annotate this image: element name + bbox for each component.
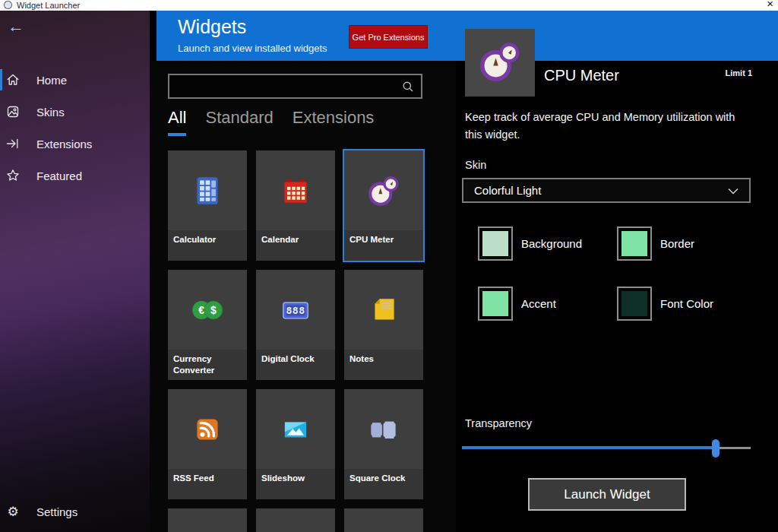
sidebar-item-extensions[interactable]: Extensions	[0, 128, 150, 160]
widget-tile-slideshow[interactable]: Slideshow	[256, 389, 335, 499]
library-tabs: All Standard Extensions	[168, 108, 374, 136]
rss-feed-icon	[168, 389, 247, 469]
sidebar-item-featured[interactable]: Featured	[0, 160, 150, 192]
page-title: Widgets	[178, 16, 246, 38]
sidebar-item-label: Extensions	[36, 138, 92, 150]
skin-dropdown-value: Colorful Light	[474, 184, 541, 197]
sidebar-item-settings[interactable]: ⚙ Settings	[0, 496, 150, 527]
sidebar-item-home[interactable]: Home	[0, 64, 150, 96]
widget-launcher-window: Widget Launcher × ← Home Skins	[0, 0, 778, 532]
widget-tile-label: RSS Feed	[168, 469, 247, 499]
calendar-icon	[256, 150, 335, 230]
swatch-color	[621, 291, 647, 316]
swatch-row: Background Border	[478, 226, 756, 261]
slider-thumb[interactable]	[712, 439, 719, 458]
svg-text:€: €	[198, 304, 204, 316]
transparency-slider[interactable]	[462, 439, 751, 458]
background-color-swatch[interactable]	[478, 226, 513, 261]
search-input[interactable]	[169, 81, 398, 93]
titlebar: Widget Launcher ×	[0, 0, 778, 11]
tab-all[interactable]: All	[168, 108, 186, 136]
sidebar-nav: Home Skins Extensions Featured	[0, 64, 150, 192]
currency-converter-icon: € $	[168, 270, 247, 350]
border-color-swatch[interactable]	[617, 226, 652, 261]
font-color-swatch[interactable]	[617, 287, 652, 321]
widget-tile-label: Slideshow	[256, 469, 335, 499]
detail-widget-icon-tile	[465, 29, 535, 97]
widget-tile-square-clock[interactable]: Square Clock	[344, 389, 423, 499]
slideshow-icon	[256, 389, 335, 469]
arrow-into-bar-icon	[6, 137, 20, 150]
sidebar-item-label: Featured	[36, 169, 82, 182]
widget-tile-label: Square Clock	[344, 469, 423, 499]
widget-grid: Calculator Calendar	[168, 150, 441, 532]
swatch-color	[621, 231, 647, 256]
get-pro-extensions-button[interactable]: Get Pro Extensions	[349, 25, 428, 49]
skin-color-swatches: Background Border Accent Font Color	[478, 226, 756, 347]
widget-tile-partial[interactable]	[256, 508, 335, 532]
svg-text:888: 888	[286, 305, 305, 316]
image-icon	[6, 105, 20, 119]
back-arrow-icon[interactable]: ←	[8, 17, 24, 36]
widget-tile-label: Notes	[344, 350, 423, 380]
widget-tile-calculator[interactable]: Calculator	[168, 150, 247, 261]
widget-tile-calendar[interactable]: Calendar	[256, 150, 335, 261]
widget-tile-label: CPU Meter	[344, 230, 423, 261]
window-title: Widget Launcher	[17, 0, 80, 11]
calculator-icon	[168, 150, 247, 230]
notes-icon	[344, 270, 423, 350]
swatch-label: Border	[660, 237, 756, 250]
transparency-label: Transparency	[465, 417, 532, 429]
skin-dropdown[interactable]: Colorful Light	[462, 178, 751, 203]
limit-badge: Limit 1	[726, 68, 752, 78]
sidebar-item-label: Skins	[36, 106, 65, 119]
widget-library-panel: All Standard Extensions Calculator	[150, 61, 456, 532]
skin-label: Skin	[465, 159, 486, 171]
sidebar-item-skins[interactable]: Skins	[0, 96, 150, 128]
launch-widget-button[interactable]: Launch Widget	[528, 478, 686, 511]
tab-standard[interactable]: Standard	[205, 108, 273, 136]
widget-tile-label: Calculator	[168, 230, 247, 261]
page-subtitle: Launch and view installed widgets	[178, 43, 327, 54]
widget-detail-panel: CPU Meter Limit 1 Keep track of average …	[456, 61, 778, 532]
widget-tile-partial[interactable]	[168, 508, 247, 532]
app-icon	[4, 1, 12, 9]
widget-tile-partial[interactable]	[344, 508, 423, 532]
home-icon	[6, 73, 20, 87]
swatch-row: Accent Font Color	[478, 287, 756, 321]
search-icon[interactable]	[398, 81, 418, 93]
digital-clock-icon: 888	[256, 270, 335, 350]
search-box	[168, 74, 422, 99]
detail-widget-name: CPU Meter	[544, 67, 619, 84]
cpu-meter-icon	[344, 150, 423, 230]
sidebar-item-label: Settings	[36, 505, 77, 518]
widget-tile-cpu-meter[interactable]: CPU Meter	[344, 150, 423, 261]
slider-fill	[462, 446, 716, 449]
accent-color-swatch[interactable]	[478, 287, 513, 321]
widget-tile-label: Currency Converter	[168, 350, 247, 380]
star-icon	[6, 169, 20, 182]
widget-tile-label: Calendar	[256, 230, 335, 261]
sidebar: ← Home Skins Extensions	[0, 11, 150, 532]
widget-tile-digital-clock[interactable]: 888 Digital Clock	[256, 270, 335, 380]
widget-tile-label: Digital Clock	[256, 350, 335, 380]
sidebar-item-label: Home	[36, 74, 67, 87]
swatch-label: Font Color	[660, 297, 756, 310]
gear-icon: ⚙	[6, 505, 20, 518]
swatch-label: Background	[521, 237, 617, 250]
cpu-meter-icon	[476, 39, 523, 87]
swatch-label: Accent	[521, 297, 617, 310]
swatch-color	[482, 231, 508, 256]
tab-extensions[interactable]: Extensions	[293, 108, 375, 136]
chevron-down-icon	[728, 184, 738, 197]
detail-description: Keep track of average CPU and Memory uti…	[465, 109, 748, 144]
widget-tile-notes[interactable]: Notes	[344, 270, 423, 380]
widget-tile-currency-converter[interactable]: € $ Currency Converter	[168, 270, 247, 380]
square-clock-icon	[344, 389, 423, 469]
widget-tile-rss-feed[interactable]: RSS Feed	[168, 389, 247, 499]
svg-text:$: $	[210, 304, 217, 316]
close-icon[interactable]: ×	[767, 0, 773, 10]
swatch-color	[482, 291, 508, 316]
